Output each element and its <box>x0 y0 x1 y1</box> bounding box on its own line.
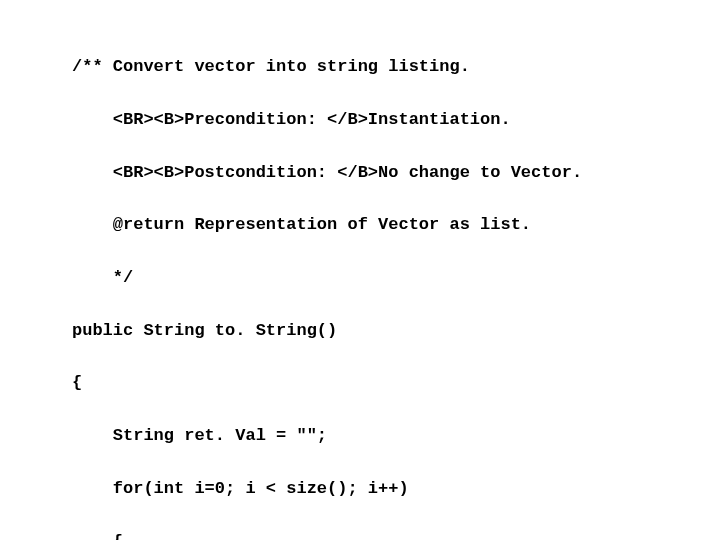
code-line: <BR><B>Postcondition: </B>No change to V… <box>72 160 720 186</box>
code-line: { <box>72 529 720 540</box>
code-line: public String to. String() <box>72 318 720 344</box>
code-line: @return Representation of Vector as list… <box>72 212 720 238</box>
code-line: <BR><B>Precondition: </B>Instantiation. <box>72 107 720 133</box>
code-line: */ <box>72 265 720 291</box>
code-line: for(int i=0; i < size(); i++) <box>72 476 720 502</box>
code-line: /** Convert vector into string listing. <box>72 54 720 80</box>
code-line: { <box>72 370 720 396</box>
code-line: String ret. Val = ""; <box>72 423 720 449</box>
code-block: /** Convert vector into string listing. … <box>0 0 720 540</box>
